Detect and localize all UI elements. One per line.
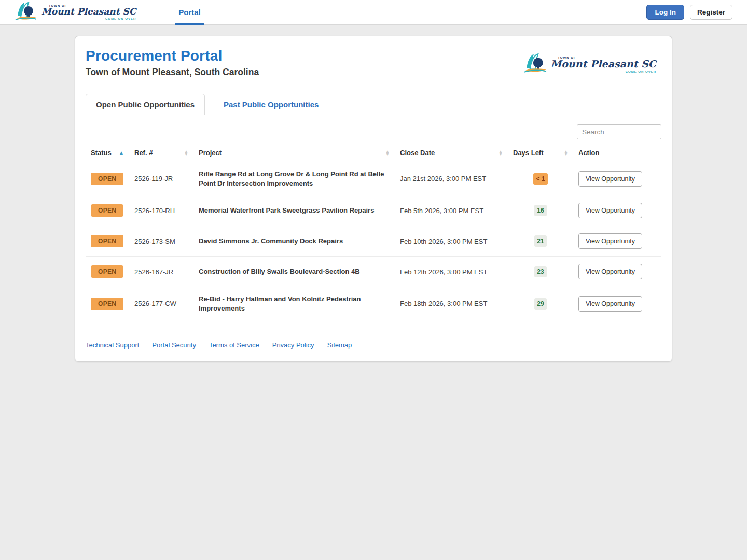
status-cell: OPEN xyxy=(86,257,129,287)
days-left-badge: 23 xyxy=(534,266,547,277)
project-cell: Memorial Waterfront Park Sweetgrass Pavi… xyxy=(193,195,395,226)
footer-link-technical-support[interactable]: Technical Support xyxy=(86,341,139,349)
ref-cell: 2526-173-SM xyxy=(129,226,193,257)
days-left-cell: < 1 xyxy=(508,162,573,195)
search-row xyxy=(86,115,661,145)
view-opportunity-button[interactable]: View Opportunity xyxy=(578,171,642,187)
town-logo-text: TOWN OF Mount Pleasant SC COME ON OVER xyxy=(42,4,136,20)
column-header-close-date[interactable]: Close Date ▲▼ xyxy=(395,145,508,162)
view-opportunity-button[interactable]: View Opportunity xyxy=(578,296,642,312)
days-left-cell: 21 xyxy=(508,226,573,257)
card-footer: Technical Support Portal Security Terms … xyxy=(86,341,661,351)
table-header-row: Status ▲ Ref. # ▲▼ Project ▲▼ Close Date… xyxy=(86,145,661,162)
days-left-badge: 16 xyxy=(534,205,547,216)
login-button[interactable]: Log In xyxy=(646,5,684,20)
table-row: OPEN 2526-167-JR Construction of Billy S… xyxy=(86,257,661,287)
sort-ascending-icon: ▲ xyxy=(119,150,124,156)
footer-link-sitemap[interactable]: Sitemap xyxy=(327,341,352,349)
ref-cell: 2526-167-JR xyxy=(129,257,193,287)
table-row: OPEN 2526-173-SM David Simmons Jr. Commu… xyxy=(86,226,661,257)
top-navbar: TOWN OF Mount Pleasant SC COME ON OVER P… xyxy=(0,0,747,25)
status-cell: OPEN xyxy=(86,287,129,320)
action-cell: View Opportunity xyxy=(573,287,661,320)
table-row: OPEN 2526-170-RH Memorial Waterfront Par… xyxy=(86,195,661,226)
status-badge: OPEN xyxy=(91,298,123,310)
tab-open-public-opportunities[interactable]: Open Public Opportunities xyxy=(86,94,205,115)
status-badge: OPEN xyxy=(91,173,123,185)
register-button[interactable]: Register xyxy=(690,5,732,20)
town-logo[interactable]: TOWN OF Mount Pleasant SC COME ON OVER xyxy=(15,1,136,24)
days-left-badge: < 1 xyxy=(533,173,547,185)
footer-link-privacy-policy[interactable]: Privacy Policy xyxy=(272,341,314,349)
view-opportunity-button[interactable]: View Opportunity xyxy=(578,203,642,218)
table-row: OPEN 2526-119-JR Rifle Range Rd at Long … xyxy=(86,162,661,195)
title-block: Procurement Portal Town of Mount Pleasan… xyxy=(86,48,259,78)
status-cell: OPEN xyxy=(86,195,129,226)
nav-portal-link[interactable]: Portal xyxy=(178,0,201,25)
project-cell: Construction of Billy Swails Boulevard-S… xyxy=(193,257,395,287)
project-cell: Re-Bid - Harry Hallman and Von Kolnitz P… xyxy=(193,287,395,320)
project-cell: Rifle Range Rd at Long Grove Dr & Long P… xyxy=(193,162,395,195)
column-header-days-left[interactable]: Days Left ▲▼ xyxy=(508,145,573,162)
days-left-cell: 29 xyxy=(508,287,573,320)
logo-tagline: COME ON OVER xyxy=(42,17,136,20)
footer-link-portal-security[interactable]: Portal Security xyxy=(152,341,196,349)
card-town-logo-text: TOWN OF Mount Pleasant SC COME ON OVER xyxy=(550,56,656,73)
close-date-cell: Feb 5th 2026, 3:00 PM EST xyxy=(395,195,508,226)
column-header-action: Action xyxy=(573,145,661,162)
days-left-cell: 16 xyxy=(508,195,573,226)
footer-link-terms-of-service[interactable]: Terms of Service xyxy=(209,341,259,349)
opportunities-table: Status ▲ Ref. # ▲▼ Project ▲▼ Close Date… xyxy=(86,145,661,320)
action-cell: View Opportunity xyxy=(573,162,661,195)
nav-active-indicator xyxy=(175,23,204,25)
close-date-cell: Jan 21st 2026, 3:00 PM EST xyxy=(395,162,508,195)
sort-both-icon: ▲▼ xyxy=(564,150,568,156)
action-cell: View Opportunity xyxy=(573,226,661,257)
town-logo-icon xyxy=(15,1,37,24)
status-cell: OPEN xyxy=(86,162,129,195)
action-cell: View Opportunity xyxy=(573,195,661,226)
status-badge: OPEN xyxy=(91,265,123,278)
action-cell: View Opportunity xyxy=(573,257,661,287)
search-input[interactable] xyxy=(577,124,661,139)
page-title: Procurement Portal xyxy=(86,48,259,64)
status-badge: OPEN xyxy=(91,235,123,247)
column-header-project[interactable]: Project ▲▼ xyxy=(193,145,395,162)
card-town-logo-icon xyxy=(523,52,547,77)
ref-cell: 2526-177-CW xyxy=(129,287,193,320)
nav-actions: Log In Register xyxy=(646,5,732,20)
column-header-status[interactable]: Status ▲ xyxy=(86,145,129,162)
view-opportunity-button[interactable]: View Opportunity xyxy=(578,233,642,249)
card-logo-tagline: COME ON OVER xyxy=(550,70,656,73)
page-subtitle: Town of Mount Pleasant, South Carolina xyxy=(86,67,259,78)
card-town-logo: TOWN OF Mount Pleasant SC COME ON OVER xyxy=(523,52,656,77)
tab-past-public-opportunities[interactable]: Past Public Opportunities xyxy=(213,94,329,115)
view-opportunity-button[interactable]: View Opportunity xyxy=(578,264,642,279)
ref-cell: 2526-170-RH xyxy=(129,195,193,226)
card-logo-name: Mount Pleasant SC xyxy=(550,59,656,69)
status-cell: OPEN xyxy=(86,226,129,257)
sort-both-icon: ▲▼ xyxy=(499,150,503,156)
nav-portal-label: Portal xyxy=(178,8,201,17)
days-left-badge: 29 xyxy=(534,298,547,310)
logo-name: Mount Pleasant SC xyxy=(42,7,136,16)
sort-both-icon: ▲▼ xyxy=(385,150,390,156)
close-date-cell: Feb 10th 2026, 3:00 PM EST xyxy=(395,226,508,257)
days-left-badge: 21 xyxy=(534,235,547,247)
status-badge: OPEN xyxy=(91,204,123,217)
procurement-portal-card: Procurement Portal Town of Mount Pleasan… xyxy=(75,36,672,362)
project-cell: David Simmons Jr. Community Dock Repairs xyxy=(193,226,395,257)
close-date-cell: Feb 18th 2026, 3:00 PM EST xyxy=(395,287,508,320)
column-header-ref[interactable]: Ref. # ▲▼ xyxy=(129,145,193,162)
close-date-cell: Feb 12th 2026, 3:00 PM EST xyxy=(395,257,508,287)
days-left-cell: 23 xyxy=(508,257,573,287)
sort-both-icon: ▲▼ xyxy=(184,150,188,156)
opportunities-tabbar: Open Public Opportunities Past Public Op… xyxy=(86,93,661,115)
card-header: Procurement Portal Town of Mount Pleasan… xyxy=(86,48,661,78)
ref-cell: 2526-119-JR xyxy=(129,162,193,195)
table-row: OPEN 2526-177-CW Re-Bid - Harry Hallman … xyxy=(86,287,661,320)
